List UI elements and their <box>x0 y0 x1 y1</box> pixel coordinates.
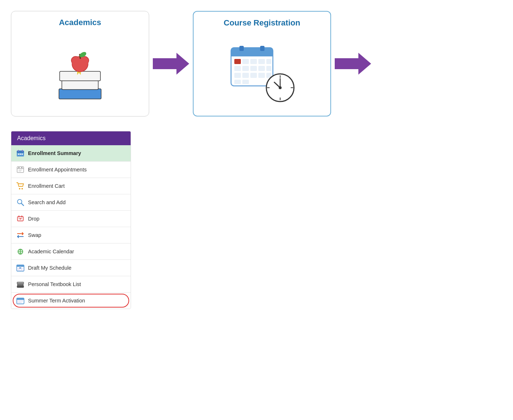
sidebar-item-label: Enrollment Summary <box>28 150 81 156</box>
svg-rect-17 <box>242 59 249 64</box>
svg-rect-13 <box>231 52 273 56</box>
course-reg-illustration <box>229 46 295 104</box>
svg-rect-48 <box>18 150 19 152</box>
sidebar-item-label: Swap <box>28 232 41 238</box>
cart-icon <box>16 182 24 190</box>
sidebar-header: Academics <box>11 131 131 145</box>
svg-point-53 <box>21 167 23 168</box>
arrow-1 <box>149 11 193 116</box>
svg-rect-22 <box>242 66 249 71</box>
course-registration-card[interactable]: Course Registration <box>193 11 331 116</box>
sidebar-item-label: Enrollment Cart <box>28 183 65 189</box>
sidebar-item-label: Summer Term Activation <box>28 298 85 304</box>
sidebar-item-drop[interactable]: Drop <box>11 211 131 227</box>
svg-rect-76 <box>19 268 21 269</box>
svg-rect-50 <box>17 167 24 173</box>
svg-rect-24 <box>258 66 265 71</box>
svg-point-40 <box>279 86 282 89</box>
svg-rect-0 <box>59 89 101 99</box>
svg-rect-28 <box>250 73 257 78</box>
svg-rect-25 <box>266 66 271 71</box>
svg-rect-77 <box>17 286 24 288</box>
svg-rect-82 <box>17 299 24 300</box>
svg-rect-29 <box>258 73 265 78</box>
svg-rect-19 <box>258 59 265 64</box>
svg-rect-31 <box>234 80 241 84</box>
svg-rect-21 <box>234 66 241 71</box>
arrow-2-svg <box>335 53 371 75</box>
svg-rect-14 <box>239 46 244 51</box>
academics-card-title: Academics <box>59 18 101 27</box>
sidebar-item-label: Academic Calendar <box>28 249 74 254</box>
svg-marker-10 <box>153 53 189 75</box>
sidebar-item-label: Search and Add <box>28 199 65 205</box>
sidebar-item-draft-schedule[interactable]: Draft My Schedule <box>11 260 131 276</box>
sidebar-item-enrollment-appointments[interactable]: Enrollment Appointments <box>11 162 131 178</box>
svg-rect-79 <box>17 282 24 284</box>
academic-calendar-icon <box>16 247 24 255</box>
svg-rect-27 <box>242 73 249 78</box>
sidebar-item-summer-term[interactable]: Summer Term Activation <box>11 293 131 309</box>
svg-rect-83 <box>17 301 19 301</box>
svg-point-66 <box>21 250 22 251</box>
svg-rect-46 <box>20 154 21 155</box>
sidebar-item-label: Personal Textbook List <box>28 281 81 287</box>
draft-schedule-icon <box>16 264 24 272</box>
sidebar-item-search-add[interactable]: Search and Add <box>11 194 131 211</box>
svg-rect-87 <box>17 302 19 303</box>
textbook-icon <box>16 280 24 288</box>
svg-rect-78 <box>17 284 23 286</box>
sidebar-item-textbook-list[interactable]: Personal Textbook List <box>11 276 131 293</box>
sidebar-item-label: Enrollment Appointments <box>28 167 87 173</box>
svg-rect-49 <box>22 150 23 152</box>
svg-rect-26 <box>234 73 241 78</box>
svg-rect-1 <box>62 80 98 90</box>
svg-rect-23 <box>250 66 257 71</box>
svg-rect-44 <box>17 152 24 153</box>
academics-icon-area <box>51 34 109 116</box>
sidebar-item-swap[interactable]: Swap <box>11 227 131 243</box>
svg-point-52 <box>19 167 20 168</box>
sidebar-item-enrollment-summary[interactable]: Enrollment Summary <box>11 145 131 162</box>
svg-rect-85 <box>20 301 21 301</box>
top-section: Academics <box>7 11 506 116</box>
svg-rect-16 <box>234 59 241 64</box>
svg-point-57 <box>21 188 23 190</box>
svg-rect-15 <box>260 46 265 51</box>
svg-rect-88 <box>19 302 20 303</box>
summer-term-icon <box>16 297 24 305</box>
svg-point-56 <box>19 188 20 190</box>
svg-rect-86 <box>22 301 23 301</box>
sidebar-item-academic-calendar[interactable]: Academic Calendar <box>11 243 131 260</box>
svg-marker-41 <box>335 53 371 75</box>
svg-rect-89 <box>20 302 21 303</box>
arrow-1-svg <box>153 53 189 75</box>
arrow-2 <box>331 11 375 116</box>
drop-icon <box>16 215 24 223</box>
course-reg-icon-area <box>229 34 295 116</box>
sidebar-section: Academics Enrollment Summary <box>7 131 506 309</box>
svg-rect-45 <box>18 154 19 155</box>
svg-point-67 <box>19 252 20 253</box>
svg-rect-71 <box>17 266 24 267</box>
search-icon <box>16 198 24 206</box>
academics-card[interactable]: Academics <box>11 11 149 116</box>
svg-rect-84 <box>19 301 20 301</box>
sidebar-item-label: Drop <box>28 216 39 222</box>
svg-point-65 <box>19 250 20 251</box>
calendar-icon <box>16 149 24 157</box>
swap-icon <box>16 231 24 239</box>
svg-rect-20 <box>266 59 271 64</box>
svg-rect-18 <box>250 59 257 64</box>
svg-rect-32 <box>242 80 249 84</box>
course-registration-card-title: Course Registration <box>224 18 300 28</box>
appointments-icon <box>16 166 24 174</box>
sidebar: Academics Enrollment Summary <box>11 131 131 309</box>
academics-illustration <box>51 46 109 104</box>
svg-rect-47 <box>21 154 23 155</box>
svg-point-68 <box>21 252 22 253</box>
sidebar-item-label: Draft My Schedule <box>28 265 71 271</box>
svg-line-59 <box>21 203 24 206</box>
sidebar-item-enrollment-cart[interactable]: Enrollment Cart <box>11 178 131 194</box>
